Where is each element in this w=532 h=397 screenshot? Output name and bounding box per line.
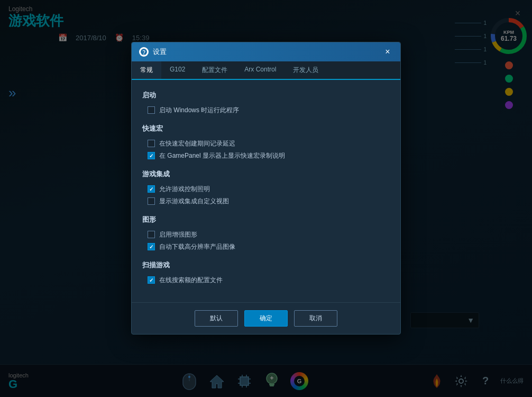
btn-default[interactable]: 默认 (195, 310, 238, 327)
tab-developer[interactable]: 开发人员 (285, 61, 327, 80)
dialog-tabs: 常规 G102 配置文件 Arx Control 开发人员 (132, 61, 400, 80)
cb-row-startup-1: 启动 Windows 时运行此程序 (142, 104, 390, 116)
cb-game-custom-view[interactable] (148, 197, 155, 205)
cb-macro-delay-label: 在快速宏创建期间记录延迟 (159, 139, 235, 148)
cb-scan-online-label: 在线搜索额的配置文件 (159, 276, 223, 285)
cb-row-scan-1: ✓ 在线搜索额的配置文件 (142, 274, 390, 286)
cb-gfx-enhanced-label: 启用增强图形 (159, 230, 197, 239)
section-scangames: 扫描游戏 ✓ 在线搜索额的配置文件 (142, 260, 390, 286)
app-background: Logitech 游戏软件 × 📅 2017/8/10 ⏰ 15:39 » (0, 0, 532, 397)
cb-macro-delay[interactable] (148, 140, 155, 147)
cb-macro-gamepanel[interactable]: ✓ (148, 152, 155, 159)
cb-gfx-hires-label: 自动下载高分辨率产品图像 (159, 242, 235, 251)
section-scangames-title: 扫描游戏 (142, 260, 390, 270)
dialog-body: 启动 启动 Windows 时运行此程序 快速宏 在快速宏创建期间记录延迟 (132, 80, 400, 302)
cb-startup-windows[interactable] (148, 106, 155, 114)
section-graphics: 图形 启用增强图形 ✓ 自动下载高分辨率产品图像 (142, 215, 390, 253)
cb-row-game-1: ✓ 允许游戏控制照明 (142, 183, 390, 195)
dialog-titlebar: 设置 × (132, 42, 400, 61)
cb-row-gfx-2: ✓ 自动下载高分辨率产品图像 (142, 241, 390, 253)
cb-row-macro-2: ✓ 在 GamePanel 显示器上显示快速宏录制说明 (142, 150, 390, 162)
section-startup: 启动 启动 Windows 时运行此程序 (142, 91, 390, 116)
tab-arx[interactable]: Arx Control (236, 61, 285, 80)
section-gameintegration: 游戏集成 ✓ 允许游戏控制照明 显示游戏集成自定义视图 (142, 169, 390, 207)
btn-cancel[interactable]: 取消 (294, 310, 337, 327)
section-quickmacro: 快速宏 在快速宏创建期间记录延迟 ✓ 在 GamePanel 显示器上显示快速宏… (142, 124, 390, 162)
modal-overlay: 设置 × 常规 G102 配置文件 Arx Control 开发人员 启动 (0, 0, 532, 397)
section-startup-title: 启动 (142, 91, 390, 100)
cb-game-lighting[interactable]: ✓ (148, 185, 155, 193)
cb-game-custom-view-label: 显示游戏集成自定义视图 (159, 197, 229, 206)
svg-point-6 (143, 53, 144, 55)
dialog-title: 设置 (153, 47, 167, 57)
dialog-close-button[interactable]: × (382, 47, 393, 57)
dialog-footer: 默认 确定 取消 (132, 302, 400, 334)
btn-ok[interactable]: 确定 (244, 310, 288, 327)
tab-general[interactable]: 常规 (132, 61, 161, 80)
cb-scan-online[interactable]: ✓ (148, 276, 155, 284)
tab-g102[interactable]: G102 (161, 61, 194, 80)
cb-gfx-enhanced[interactable] (148, 231, 155, 238)
cb-row-game-2: 显示游戏集成自定义视图 (142, 195, 390, 207)
cb-gfx-hires[interactable]: ✓ (148, 243, 155, 250)
dialog-icon (139, 47, 149, 57)
tab-profiles[interactable]: 配置文件 (194, 61, 236, 80)
cb-startup-windows-label: 启动 Windows 时运行此程序 (159, 106, 239, 115)
section-quickmacro-title: 快速宏 (142, 124, 390, 133)
cb-macro-gamepanel-label: 在 GamePanel 显示器上显示快速宏录制说明 (159, 151, 285, 160)
cb-row-macro-1: 在快速宏创建期间记录延迟 (142, 138, 390, 150)
cb-game-lighting-label: 允许游戏控制照明 (159, 185, 210, 194)
section-gameintegration-title: 游戏集成 (142, 169, 390, 179)
section-graphics-title: 图形 (142, 215, 390, 224)
cb-row-gfx-1: 启用增强图形 (142, 229, 390, 241)
settings-dialog: 设置 × 常规 G102 配置文件 Arx Control 开发人员 启动 (131, 42, 401, 335)
